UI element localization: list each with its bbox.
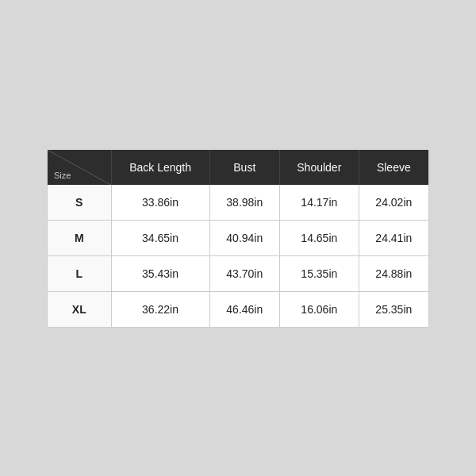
size-cell: M [48, 220, 111, 255]
shoulder-cell: 16.06in [279, 291, 359, 327]
table-header-row: Size Back Length Bust Shoulder Sleeve [48, 150, 428, 185]
size-table-container: Size Back Length Bust Shoulder Sleeve S3… [47, 149, 429, 328]
size-column-header: Size [48, 150, 111, 185]
back-length-header: Back Length [111, 150, 209, 185]
sleeve-header: Sleeve [359, 150, 428, 185]
back-length-cell: 34.65in [111, 220, 209, 255]
size-cell: XL [48, 291, 111, 327]
size-cell: L [48, 255, 111, 291]
sleeve-cell: 24.41in [359, 220, 428, 255]
back-length-cell: 35.43in [111, 255, 209, 291]
size-label: Size [54, 171, 71, 180]
back-length-cell: 33.86in [111, 185, 209, 221]
bust-cell: 40.94in [209, 220, 279, 255]
size-chart-table: Size Back Length Bust Shoulder Sleeve S3… [48, 150, 428, 327]
shoulder-cell: 15.35in [279, 255, 359, 291]
bust-header: Bust [209, 150, 279, 185]
bust-cell: 43.70in [209, 255, 279, 291]
shoulder-cell: 14.17in [279, 185, 359, 221]
size-cell: S [48, 185, 111, 221]
sleeve-cell: 25.35in [359, 291, 428, 327]
table-row: XL36.22in46.46in16.06in25.35in [48, 291, 428, 327]
table-row: M34.65in40.94in14.65in24.41in [48, 220, 428, 255]
shoulder-cell: 14.65in [279, 220, 359, 255]
table-row: S33.86in38.98in14.17in24.02in [48, 185, 428, 221]
sleeve-cell: 24.88in [359, 255, 428, 291]
shoulder-header: Shoulder [279, 150, 359, 185]
sleeve-cell: 24.02in [359, 185, 428, 221]
bust-cell: 46.46in [209, 291, 279, 327]
table-row: L35.43in43.70in15.35in24.88in [48, 255, 428, 291]
bust-cell: 38.98in [209, 185, 279, 221]
back-length-cell: 36.22in [111, 291, 209, 327]
